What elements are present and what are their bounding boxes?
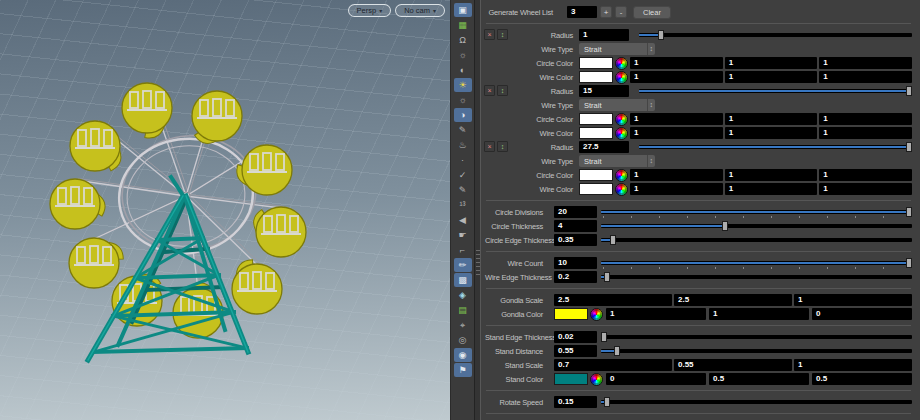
bulb-icon[interactable]: ☼ — [454, 48, 472, 62]
move-wheel-button[interactable]: ↕ — [497, 85, 508, 96]
wire-color-swatch[interactable] — [579, 183, 613, 195]
stand-color-swatch[interactable] — [554, 373, 588, 385]
dot-icon[interactable]: · — [454, 153, 472, 167]
color-wheel-icon[interactable] — [615, 127, 628, 140]
ruler-icon[interactable]: ⌐ — [454, 243, 472, 257]
sphere-icon[interactable]: ◐ — [454, 63, 472, 77]
texture-icon[interactable]: ▦ — [454, 18, 472, 32]
radius-slider[interactable] — [639, 29, 912, 41]
gondola-color-b-field[interactable]: 0 — [812, 308, 912, 320]
clear-button[interactable]: Clear — [633, 6, 671, 19]
wire-edge-thickness-slider[interactable] — [601, 271, 912, 283]
circle-edge-thickness-slider[interactable] — [601, 234, 912, 246]
axis-icon[interactable]: ⌖ — [454, 318, 472, 332]
circle-color-swatch[interactable] — [579, 169, 613, 181]
wire-type-dropdown[interactable]: Strait — [579, 43, 655, 55]
move-wheel-button[interactable]: ↕ — [497, 141, 508, 152]
circle-icon[interactable]: ◎ — [454, 333, 472, 347]
wire-color-swatch[interactable] — [579, 127, 613, 139]
stand-color-b-field[interactable]: 0.5 — [812, 373, 912, 385]
diamond-icon[interactable]: ◈ — [454, 288, 472, 302]
circle-color-g-field[interactable]: 1 — [725, 113, 818, 125]
delete-wheel-button[interactable]: × — [484, 141, 495, 152]
color-wheel-icon[interactable] — [590, 373, 603, 386]
stand-distance-field[interactable]: 0.55 — [554, 345, 597, 357]
circle-divisions-field[interactable]: 20 — [554, 206, 597, 218]
remove-wheel-button[interactable]: - — [615, 6, 627, 18]
circle-color-swatch[interactable] — [579, 113, 613, 125]
rotate-speed-slider[interactable] — [601, 396, 912, 408]
circle-color-g-field[interactable]: 1 — [725, 169, 818, 181]
checker-icon[interactable]: ▩ — [454, 273, 472, 287]
color-wheel-icon[interactable] — [615, 71, 628, 84]
wire-color-r-field[interactable]: 1 — [630, 71, 723, 83]
wire-color-swatch[interactable] — [579, 71, 613, 83]
color-wheel-icon[interactable] — [615, 113, 628, 126]
circle-color-r-field[interactable]: 1 — [630, 57, 723, 69]
radius-field[interactable]: 1 — [579, 29, 629, 41]
screen-icon[interactable]: ▣ — [454, 3, 472, 17]
wire-color-g-field[interactable]: 1 — [725, 183, 818, 195]
check-icon[interactable]: ✓ — [454, 168, 472, 182]
color-wheel-icon[interactable] — [615, 183, 628, 196]
color-wheel-icon[interactable] — [615, 169, 628, 182]
stand-edge-thickness-slider[interactable] — [601, 331, 912, 343]
radius-field[interactable]: 27.5 — [579, 141, 629, 153]
frame-count-icon[interactable]: ¹³ — [454, 198, 472, 212]
delete-wheel-button[interactable]: × — [484, 85, 495, 96]
move-wheel-button[interactable]: ↕ — [497, 29, 508, 40]
teapot-icon[interactable]: ♨ — [454, 138, 472, 152]
circle-divisions-slider[interactable] — [601, 206, 912, 218]
film-icon[interactable]: ▤ — [454, 303, 472, 317]
circle-edge-thickness-field[interactable]: 0.35 — [554, 234, 597, 246]
ferris-wheel-scene[interactable] — [0, 0, 450, 420]
gondola-scale-x-field[interactable]: 2.5 — [554, 294, 672, 306]
wire-color-b-field[interactable]: 1 — [819, 183, 912, 195]
wire-color-r-field[interactable]: 1 — [630, 183, 723, 195]
radius-slider[interactable] — [639, 85, 912, 97]
wire-color-g-field[interactable]: 1 — [725, 127, 818, 139]
wand-icon[interactable]: ✎ — [454, 123, 472, 137]
persp-camera-button[interactable]: Persp — [348, 4, 392, 17]
hand-icon[interactable]: ☛ — [454, 228, 472, 242]
add-wheel-button[interactable]: + — [600, 6, 612, 18]
gondola-color-g-field[interactable]: 1 — [709, 308, 809, 320]
stand-scale-y-field[interactable]: 0.55 — [674, 359, 792, 371]
wire-count-field[interactable]: 10 — [554, 257, 597, 269]
color-wheel-icon[interactable] — [590, 308, 603, 321]
pen-icon[interactable]: ✎ — [454, 183, 472, 197]
wire-color-g-field[interactable]: 1 — [725, 71, 818, 83]
rotate-speed-field[interactable]: 0.15 — [554, 396, 597, 408]
pencil-icon[interactable]: ✏ — [454, 258, 472, 272]
stand-scale-x-field[interactable]: 0.7 — [554, 359, 672, 371]
stand-color-g-field[interactable]: 0.5 — [709, 373, 809, 385]
lock-icon[interactable]: Ω — [454, 33, 472, 47]
stand-scale-z-field[interactable]: 1 — [794, 359, 912, 371]
gondola-color-r-field[interactable]: 1 — [606, 308, 706, 320]
pin-icon[interactable]: ⚑ — [454, 363, 472, 377]
circle-color-r-field[interactable]: 1 — [630, 169, 723, 181]
delete-wheel-button[interactable]: × — [484, 29, 495, 40]
panel-splitter[interactable] — [474, 0, 481, 420]
wire-color-b-field[interactable]: 1 — [819, 127, 912, 139]
circle-color-r-field[interactable]: 1 — [630, 113, 723, 125]
stand-distance-slider[interactable] — [601, 345, 912, 357]
color-wheel-icon[interactable] — [615, 57, 628, 70]
circle-thickness-slider[interactable] — [601, 220, 912, 232]
wire-color-r-field[interactable]: 1 — [630, 127, 723, 139]
circle-color-b-field[interactable]: 1 — [819, 57, 912, 69]
wheel-count-field[interactable]: 3 — [567, 6, 597, 18]
circle-thickness-field[interactable]: 4 — [554, 220, 597, 232]
circle-color-swatch[interactable] — [579, 57, 613, 69]
stand-edge-thickness-field[interactable]: 0.02 — [554, 331, 597, 343]
wire-color-b-field[interactable]: 1 — [819, 71, 912, 83]
circle-color-b-field[interactable]: 1 — [819, 169, 912, 181]
radius-slider[interactable] — [639, 141, 912, 153]
shaded-sphere-icon[interactable]: ◑ — [454, 108, 472, 122]
bulb-rays-icon[interactable]: ☼ — [454, 93, 472, 107]
radius-field[interactable]: 15 — [579, 85, 629, 97]
circle-color-g-field[interactable]: 1 — [725, 57, 818, 69]
speaker-icon[interactable]: ◀ — [454, 213, 472, 227]
bulb-on-icon[interactable]: ☀ — [454, 78, 472, 92]
gondola-color-swatch[interactable] — [554, 308, 588, 320]
